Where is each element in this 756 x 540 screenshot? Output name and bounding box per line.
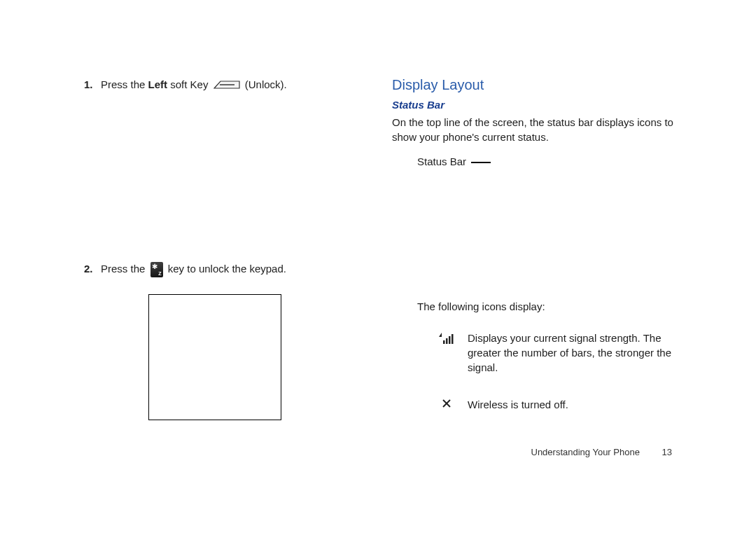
wireless-off-icon [426, 397, 468, 408]
step-2-body: Press the ✱Z key to unlock the keypad. [101, 261, 350, 277]
callout-line-icon [471, 162, 491, 163]
icon-row-wireless-off: Wireless is turned off. [426, 397, 686, 412]
step-1-number: 1. [84, 77, 101, 93]
step-2-text-post: key to unlock the keypad. [165, 263, 286, 275]
step-2: 2. Press the ✱Z key to unlock the keypad… [84, 261, 350, 277]
statusbar-callout-text: Status Bar [417, 155, 466, 167]
left-column: 1. Press the Left soft Key (Unlock). 2. … [84, 77, 350, 434]
signal-desc: Displays your current signal strength. T… [468, 331, 686, 375]
step-1-text-pre: Press the [101, 78, 148, 90]
svg-rect-1 [443, 340, 445, 344]
left-softkey-icon [214, 78, 240, 93]
subsection-title: Status Bar [392, 99, 686, 111]
footer-section: Understanding Your Phone [531, 447, 640, 457]
icon-row-signal: Displays your current signal strength. T… [426, 331, 686, 375]
page-footer: Understanding Your Phone 13 [531, 447, 673, 457]
right-column: Display Layout Status Bar On the top lin… [392, 77, 686, 434]
spacer [84, 99, 350, 261]
statusbar-callout: Status Bar [417, 155, 686, 167]
screen-placeholder [148, 294, 281, 420]
icons-intro-text: The following icons display: [417, 300, 686, 312]
section-title: Display Layout [392, 77, 686, 93]
step-1-bold: Left [148, 78, 168, 90]
svg-rect-3 [449, 336, 451, 344]
footer-page-number: 13 [662, 447, 672, 457]
step-1-text-mid: soft Key [167, 78, 211, 90]
step-1: 1. Press the Left soft Key (Unlock). [84, 77, 350, 93]
svg-rect-4 [451, 334, 454, 344]
step-2-number: 2. [84, 261, 101, 277]
svg-rect-2 [446, 338, 448, 344]
signal-strength-icon [426, 331, 468, 345]
step-2-text-pre: Press the [101, 263, 148, 275]
step-1-text-post: (Unlock). [242, 78, 287, 90]
statusbar-description: On the top line of the screen, the statu… [392, 115, 686, 144]
wireless-off-desc: Wireless is turned off. [468, 397, 686, 412]
step-1-body: Press the Left soft Key (Unlock). [101, 77, 350, 93]
asterisk-key-icon: ✱Z [150, 262, 163, 277]
page: 1. Press the Left soft Key (Unlock). 2. … [0, 0, 756, 434]
